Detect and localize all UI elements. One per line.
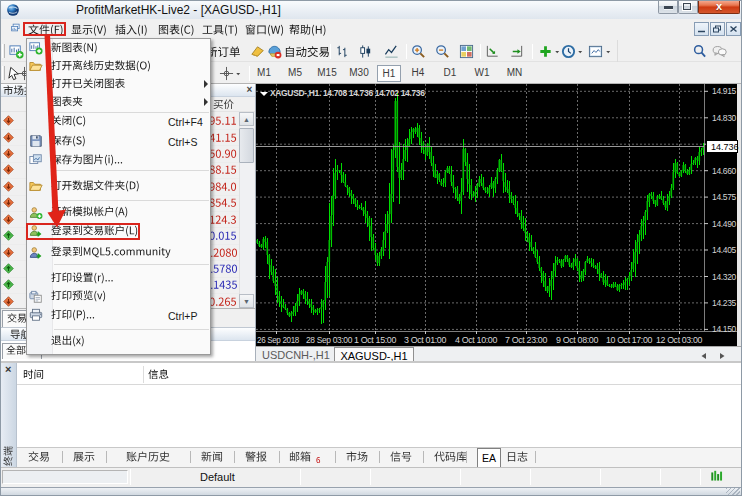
svg-text:14.320: 14.320	[712, 272, 737, 282]
svg-text:XAGUSD-,H1. 14.708 14.736 14.7: XAGUSD-,H1. 14.708 14.736 14.702 14.736	[270, 88, 425, 98]
svg-text:14.830: 14.830	[712, 113, 737, 123]
svg-text:14.575: 14.575	[712, 192, 737, 202]
svg-text:10 Oct 17:00: 10 Oct 17:00	[606, 335, 653, 345]
svg-text:3 Oct 01:00: 3 Oct 01:00	[404, 335, 447, 345]
svg-text:14.736: 14.736	[711, 142, 739, 152]
svg-text:14.915: 14.915	[712, 86, 737, 96]
svg-text:14.490: 14.490	[712, 219, 737, 229]
svg-text:14.235: 14.235	[712, 298, 737, 308]
svg-text:26 Sep 2018: 26 Sep 2018	[257, 335, 300, 345]
svg-text:14.150: 14.150	[712, 324, 737, 334]
svg-text:28 Sep 03:00: 28 Sep 03:00	[306, 335, 353, 345]
svg-text:1 Oct 15:00: 1 Oct 15:00	[354, 335, 397, 345]
svg-text:12 Oct 03:00: 12 Oct 03:00	[656, 335, 703, 345]
svg-text:7 Oct 23:00: 7 Oct 23:00	[505, 335, 548, 345]
svg-text:14.660: 14.660	[712, 166, 737, 176]
svg-text:14.405: 14.405	[712, 245, 737, 255]
svg-text:4 Oct 10:00: 4 Oct 10:00	[455, 335, 498, 345]
svg-text:9 Oct 08:00: 9 Oct 08:00	[556, 335, 599, 345]
